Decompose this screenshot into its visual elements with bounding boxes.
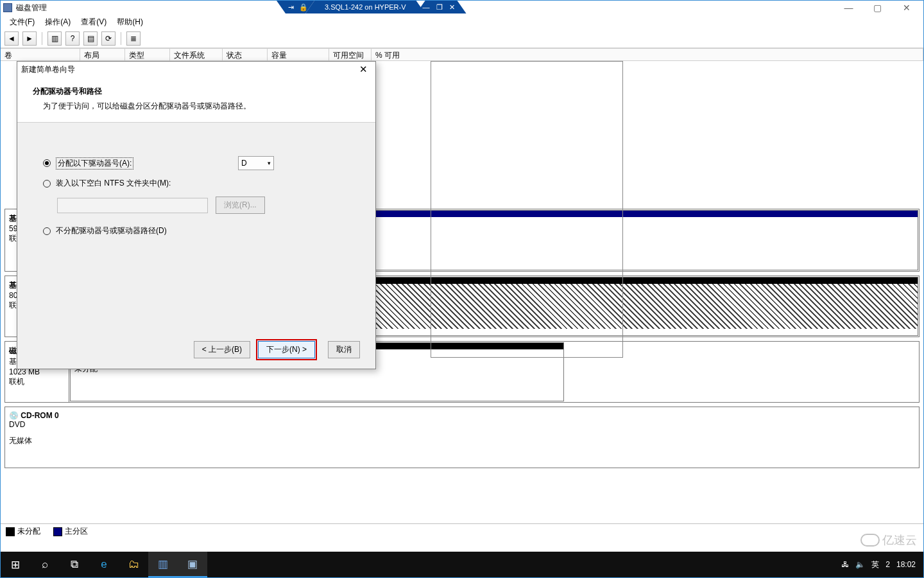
column-headers: 卷 布局 类型 文件系统 状态 容量 可用空间 % 可用: [1, 48, 923, 61]
menu-bar: 文件(F) 操作(A) 查看(V) 帮助(H): [1, 15, 923, 29]
wizard-titlebar[interactable]: 新建简单卷向导 ✕: [17, 62, 375, 77]
list-icon[interactable]: ≣: [126, 31, 141, 46]
col-pctfree[interactable]: % 可用: [372, 49, 923, 60]
hyperv-task-icon[interactable]: ▣: [178, 552, 207, 577]
browse-button: 浏览(R)...: [216, 197, 265, 214]
radio-mount-folder[interactable]: [43, 180, 51, 188]
cdrom-label: 💿 CD-ROM 0 DVD 无媒体: [5, 407, 919, 468]
wizard-header: 分配驱动器号和路径 为了便于访问，可以给磁盘分区分配驱动器号或驱动器路径。: [17, 77, 375, 123]
tray-volume-icon[interactable]: 🔈: [855, 560, 865, 569]
menu-help[interactable]: 帮助(H): [112, 17, 148, 28]
toolbar: ◄ ► ▥ ? ▤ ⟳ ≣: [1, 29, 923, 48]
explorer-icon[interactable]: 🗂: [119, 552, 148, 577]
tray-ime[interactable]: 英: [871, 559, 879, 570]
legend: 未分配 主分区: [1, 523, 923, 539]
wizard-subheading: 为了便于访问，可以给磁盘分区分配驱动器号或驱动器路径。: [33, 101, 360, 112]
diskmgmt-task-icon[interactable]: ▥: [148, 552, 178, 577]
tray-ime-num[interactable]: 2: [886, 560, 890, 569]
hv-title: 3.SQL1-242 on HYPER-V: [305, 1, 425, 13]
col-free[interactable]: 可用空间: [329, 49, 372, 60]
taskview-icon[interactable]: ⧉: [60, 552, 89, 577]
label-assign-letter: 分配以下驱动器号(A):: [56, 157, 133, 170]
refresh-icon[interactable]: ⟳: [101, 31, 116, 46]
drive-letter-select[interactable]: D ▾: [238, 156, 274, 170]
wizard-heading: 分配驱动器号和路径: [33, 86, 360, 97]
label-no-assign: 不分配驱动器号或驱动器路径(D): [56, 225, 167, 236]
panel1-icon[interactable]: ▥: [47, 31, 62, 46]
search-icon[interactable]: ⌕: [30, 552, 60, 577]
col-status[interactable]: 状态: [223, 49, 268, 60]
minimize-button[interactable]: —: [834, 1, 863, 15]
watermark: 亿速云: [860, 532, 917, 548]
menu-view[interactable]: 查看(V): [76, 17, 112, 28]
wizard-title: 新建简单卷向导: [21, 64, 75, 75]
col-type[interactable]: 类型: [125, 49, 170, 60]
chevron-down-icon: ▾: [268, 160, 271, 166]
start-button[interactable]: ⊞: [1, 552, 30, 577]
disc-icon: 💿: [9, 411, 19, 420]
forward-icon[interactable]: ►: [22, 31, 37, 46]
radio-assign-letter[interactable]: [43, 159, 51, 167]
hv-close-icon[interactable]: ✕: [449, 3, 455, 12]
disk-row-cdrom[interactable]: 💿 CD-ROM 0 DVD 无媒体: [4, 407, 920, 468]
maximize-button[interactable]: ▢: [863, 1, 892, 15]
window-title: 磁盘管理: [16, 3, 47, 13]
col-volume[interactable]: 卷: [1, 49, 80, 60]
pin-icon[interactable]: ⇥: [288, 3, 294, 12]
menu-file[interactable]: 文件(F): [4, 17, 40, 28]
back-button[interactable]: < 上一步(B): [194, 341, 250, 358]
label-mount-folder: 装入以下空白 NTFS 文件夹中(M):: [56, 178, 171, 189]
ie-icon[interactable]: e: [89, 552, 119, 577]
tray-network-icon[interactable]: 🖧: [841, 560, 849, 569]
col-layout[interactable]: 布局: [80, 49, 125, 60]
app-icon: [3, 3, 12, 12]
drive-letter-value: D: [241, 159, 247, 168]
back-icon[interactable]: ◄: [4, 31, 19, 46]
mount-path-input: [57, 198, 208, 213]
col-fs[interactable]: 文件系统: [170, 49, 223, 60]
wizard-close-icon[interactable]: ✕: [355, 64, 372, 75]
menu-action[interactable]: 操作(A): [40, 17, 76, 28]
cancel-button[interactable]: 取消: [328, 341, 360, 358]
hv-minimize-icon[interactable]: —: [423, 3, 430, 11]
legend-unalloc: 未分配: [17, 527, 40, 536]
new-volume-wizard: 新建简单卷向导 ✕ 分配驱动器号和路径 为了便于访问，可以给磁盘分区分配驱动器号…: [17, 61, 376, 369]
app-window: ⇥ 🔒 3.SQL1-242 on HYPER-V — ❐ ✕ 磁盘管理 — ▢…: [0, 0, 924, 578]
col-cap[interactable]: 容量: [268, 49, 329, 60]
hv-restore-icon[interactable]: ❐: [436, 3, 443, 12]
legend-primary: 主分区: [65, 527, 88, 536]
close-button[interactable]: ✕: [892, 1, 921, 15]
lock-icon[interactable]: 🔒: [299, 3, 308, 12]
hv-window-controls[interactable]: — ❐ ✕: [416, 1, 466, 13]
hyperv-title-bar: ⇥ 🔒 3.SQL1-242 on HYPER-V — ❐ ✕: [277, 1, 466, 13]
help-icon[interactable]: ?: [65, 31, 80, 46]
taskbar: ⊞ ⌕ ⧉ e 🗂 ▥ ▣ 🖧 🔈 英 2 18:02: [1, 552, 923, 577]
cloud-icon: [860, 534, 880, 547]
tray-clock[interactable]: 18:02: [896, 560, 916, 569]
legend-swatch-primary: [53, 527, 62, 536]
legend-swatch-unalloc: [6, 527, 15, 536]
panel2-icon[interactable]: ▤: [83, 31, 98, 46]
next-button[interactable]: 下一步(N) >: [258, 341, 315, 358]
radio-no-assign[interactable]: [43, 227, 51, 235]
